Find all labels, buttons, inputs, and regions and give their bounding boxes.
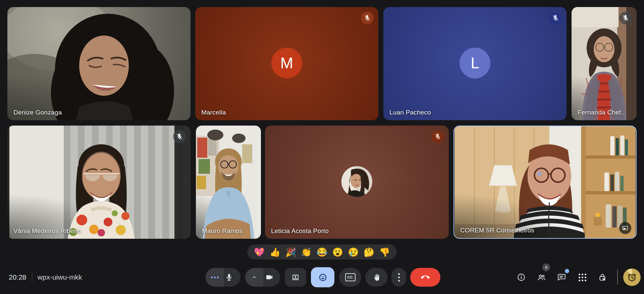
activities-button[interactable]	[573, 268, 592, 287]
reaction-party[interactable]: 🎉	[285, 248, 296, 256]
participant-video-mauro	[196, 126, 261, 239]
present-screen-button[interactable]	[285, 268, 306, 287]
participant-name: Denize Gonzaga	[13, 109, 62, 116]
camera-button[interactable]	[245, 268, 280, 287]
reaction-thumbs-up[interactable]: 👍	[270, 248, 280, 256]
participant-video-corem	[454, 126, 636, 238]
apps-grid-icon	[579, 274, 586, 281]
reaction-thinking[interactable]: 🤔	[364, 248, 374, 256]
participant-name: Vânia Medeiros Ribeiro	[13, 227, 81, 235]
picture-in-picture-icon[interactable]	[619, 222, 631, 234]
avatar-photo-leticia	[341, 166, 372, 197]
divider	[617, 270, 618, 285]
participant-count-badge: 8	[542, 264, 550, 271]
avatar-initial-luan: L	[460, 48, 490, 78]
present-screen-icon	[291, 273, 300, 281]
more-options-button[interactable]	[391, 268, 406, 287]
reactions-button-active[interactable]	[311, 267, 334, 287]
time-and-code: 20:28 wpx-uiwu-mkk	[9, 273, 82, 282]
timer-addon-button[interactable]	[623, 269, 641, 286]
end-call-button[interactable]	[410, 268, 440, 287]
divider	[32, 273, 32, 282]
bottom-control-bar: 20:28 wpx-uiwu-mkk	[0, 260, 644, 294]
participant-name: COREM 5R Conselheiros	[460, 227, 534, 234]
mic-off-badge	[549, 12, 562, 24]
meeting-details-button[interactable]	[512, 268, 531, 287]
participant-name: Luan Pacheco	[389, 109, 431, 116]
participant-tile-luan[interactable]: L Luan Pacheco	[383, 7, 567, 120]
alarm-clock-icon	[626, 272, 638, 283]
people-icon	[537, 273, 546, 282]
reaction-heart[interactable]: 💖	[254, 248, 265, 256]
participant-tile-corem-active[interactable]: COREM 5R Conselheiros	[453, 126, 637, 239]
participant-video-vania	[7, 126, 191, 239]
info-icon	[517, 273, 526, 282]
participant-tile-fernanda[interactable]: Fernanda Chef...	[572, 7, 637, 120]
reaction-cry[interactable]: 😢	[348, 248, 359, 256]
participant-tile-vania[interactable]: Vânia Medeiros Ribeiro	[7, 126, 191, 239]
participant-tile-denize[interactable]: Denize Gonzaga	[7, 7, 191, 120]
participant-tile-leticia[interactable]: Leticia Acosta Porto	[265, 126, 449, 239]
camera-device-chevron[interactable]	[245, 268, 263, 287]
reaction-thumbs-down[interactable]: 👎	[379, 248, 390, 256]
microphone-button[interactable]	[206, 268, 240, 287]
participant-tile-marcella[interactable]: M Marcella	[195, 7, 378, 120]
participant-video-denize	[7, 7, 191, 120]
host-controls-button[interactable]	[593, 268, 612, 287]
avatar-letter: M	[280, 54, 293, 72]
lock-icon	[598, 273, 607, 282]
meeting-code: wpx-uiwu-mkk	[38, 273, 82, 281]
captions-button[interactable]: CC	[339, 268, 361, 287]
participant-name: Fernanda Chef...	[578, 109, 627, 116]
reaction-clap[interactable]: 👏	[301, 248, 312, 256]
reactions-bar: 💖 👍 🎉 👏 😂 😮 😢 🤔 👎	[247, 244, 397, 260]
participant-name: Mauro Ramos	[202, 227, 243, 235]
mic-off-badge	[361, 12, 374, 24]
mic-off-badge	[431, 130, 444, 143]
raise-hand-icon	[372, 273, 381, 282]
smiley-icon	[318, 273, 327, 282]
camera-icon	[265, 273, 273, 281]
audio-level-indicator[interactable]	[206, 268, 224, 287]
end-call-icon	[421, 273, 430, 282]
participant-name: Leticia Acosta Porto	[271, 227, 329, 235]
meet-call-screen: Denize Gonzaga M Marcella L Luan Pacheco	[0, 0, 644, 294]
clock-time: 20:28	[9, 273, 26, 281]
participant-tile-mauro[interactable]: Mauro Ramos	[196, 126, 261, 239]
avatar-letter: L	[471, 54, 479, 72]
reaction-surprised[interactable]: 😮	[332, 248, 343, 256]
mic-off-badge	[619, 12, 632, 24]
participant-name: Marcella	[201, 109, 226, 116]
more-options-icon	[398, 273, 400, 282]
raise-hand-button[interactable]	[365, 268, 387, 287]
chat-icon	[557, 273, 566, 282]
chat-unread-dot	[565, 269, 569, 273]
microphone-icon	[225, 273, 233, 281]
mic-off-badge	[173, 130, 186, 143]
reaction-joy[interactable]: 😂	[317, 248, 327, 256]
captions-icon: CC	[345, 273, 356, 281]
avatar-initial-marcella: M	[271, 48, 302, 78]
